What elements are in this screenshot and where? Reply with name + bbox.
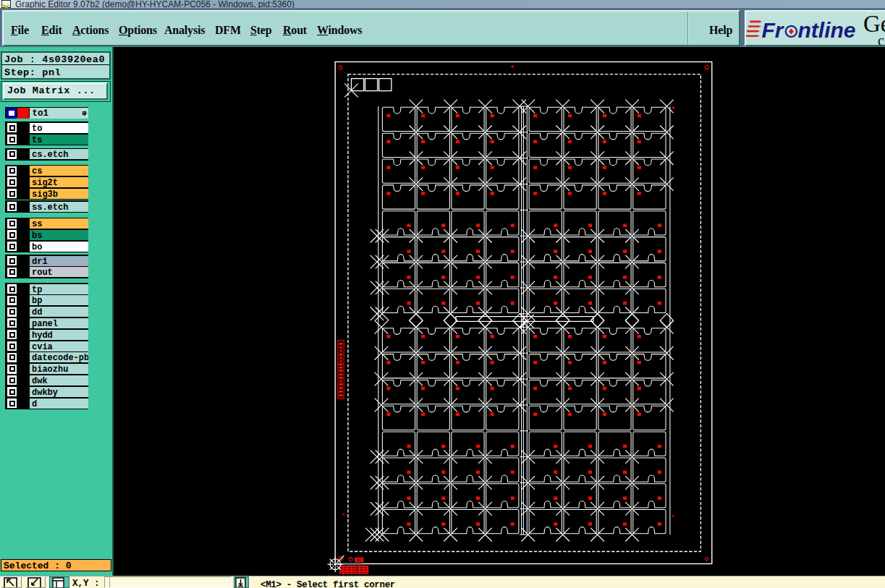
- svg-text:10: 10: [356, 558, 361, 563]
- svg-text:c: c: [878, 33, 884, 45]
- svg-text:ntline: ntline: [798, 18, 856, 42]
- svg-text:Fr: Fr: [762, 18, 785, 42]
